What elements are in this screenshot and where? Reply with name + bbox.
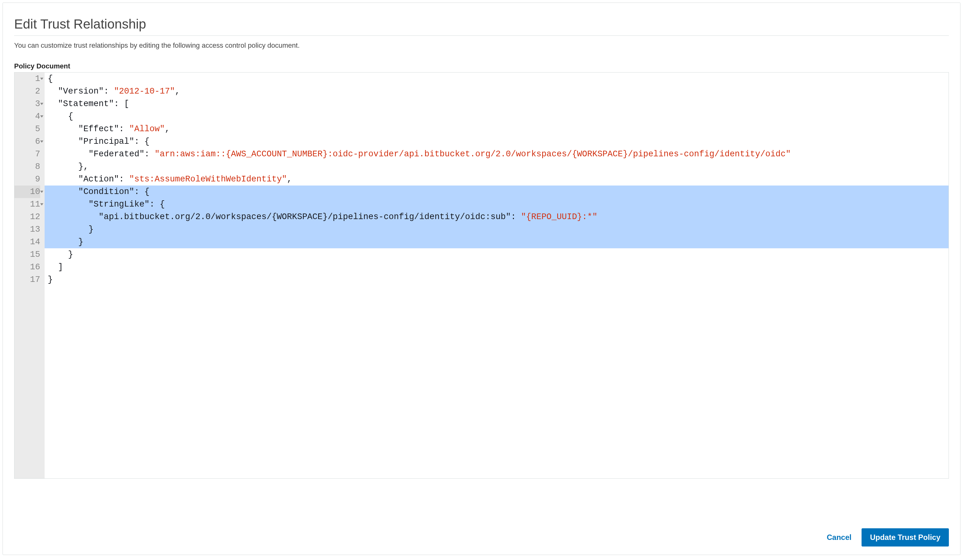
line-number: 1 xyxy=(15,73,40,85)
code-line[interactable]: } xyxy=(45,223,948,236)
fold-caret-icon[interactable] xyxy=(40,78,43,80)
code-line[interactable]: }, xyxy=(45,160,948,173)
line-number: 13 xyxy=(15,223,40,236)
fold-caret-icon[interactable] xyxy=(40,203,43,206)
line-number: 9 xyxy=(15,173,40,186)
line-number: 5 xyxy=(15,123,40,135)
policy-document-label: Policy Document xyxy=(14,62,949,70)
policy-editor[interactable]: 1234567891011121314151617 { "Version": "… xyxy=(14,72,949,479)
code-line[interactable]: "Principal": { xyxy=(45,135,948,148)
code-line[interactable]: "Effect": "Allow", xyxy=(45,123,948,135)
line-number: 12 xyxy=(15,210,40,223)
fold-caret-icon[interactable] xyxy=(40,141,43,143)
line-number: 16 xyxy=(15,261,40,274)
line-number: 17 xyxy=(15,274,40,286)
page-title: Edit Trust Relationship xyxy=(14,17,949,32)
code-line[interactable]: "Statement": [ xyxy=(45,98,948,110)
line-number: 15 xyxy=(15,248,40,261)
line-number: 6 xyxy=(15,135,40,148)
line-number: 11 xyxy=(15,198,40,210)
code-line[interactable]: "Condition": { xyxy=(45,186,948,198)
code-line[interactable]: "Version": "2012-10-17", xyxy=(45,85,948,98)
page-content: Edit Trust Relationship You can customiz… xyxy=(3,3,960,479)
line-number: 4 xyxy=(15,110,40,123)
editor-gutter: 1234567891011121314151617 xyxy=(15,73,45,478)
code-line[interactable]: "Federated": "arn:aws:iam::{AWS_ACCOUNT_… xyxy=(45,148,948,160)
cancel-button[interactable]: Cancel xyxy=(825,531,853,544)
code-line[interactable]: { xyxy=(45,73,948,85)
code-line[interactable]: } xyxy=(45,274,948,286)
fold-caret-icon[interactable] xyxy=(40,115,43,118)
code-line[interactable]: } xyxy=(45,236,948,248)
line-number: 8 xyxy=(15,160,40,173)
line-number: 14 xyxy=(15,236,40,248)
code-line[interactable]: "Action": "sts:AssumeRoleWithWebIdentity… xyxy=(45,173,948,186)
fold-caret-icon[interactable] xyxy=(40,103,43,105)
line-number: 2 xyxy=(15,85,40,98)
code-line[interactable]: "api.bitbucket.org/2.0/workspaces/{WORKS… xyxy=(45,210,948,223)
divider xyxy=(14,36,949,36)
code-line[interactable]: ] xyxy=(45,261,948,274)
page-description: You can customize trust relationships by… xyxy=(14,41,949,50)
line-number: 3 xyxy=(15,98,40,110)
line-number: 7 xyxy=(15,148,40,160)
footer-actions: Cancel Update Trust Policy xyxy=(825,528,949,547)
code-line[interactable]: "StringLike": { xyxy=(45,198,948,210)
editor-code-area[interactable]: { "Version": "2012-10-17", "Statement": … xyxy=(45,73,948,478)
fold-caret-icon[interactable] xyxy=(40,191,43,193)
line-number: 10 xyxy=(15,186,40,198)
code-line[interactable]: } xyxy=(45,248,948,261)
code-line[interactable]: { xyxy=(45,110,948,123)
page-container: Edit Trust Relationship You can customiz… xyxy=(3,3,960,555)
update-trust-policy-button[interactable]: Update Trust Policy xyxy=(862,528,949,547)
